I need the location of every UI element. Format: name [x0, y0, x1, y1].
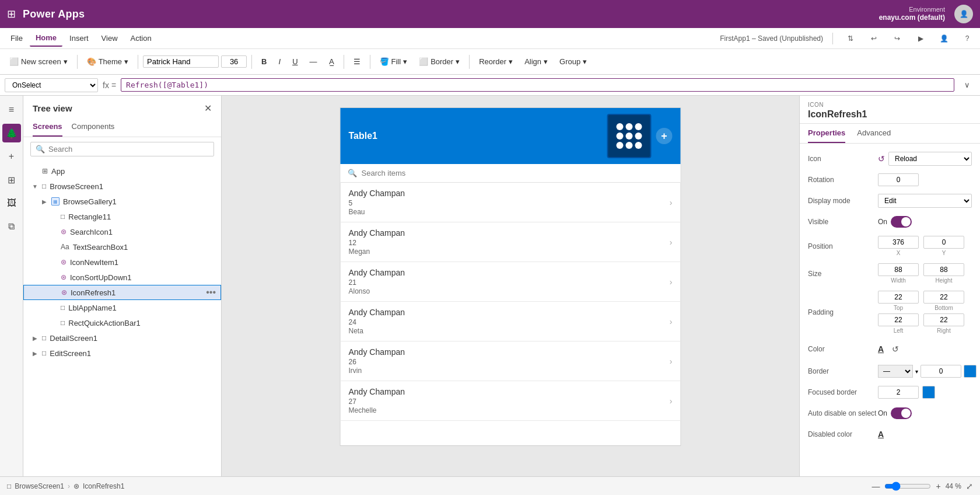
tree-item-browse-gallery[interactable]: ▶ ▦ BrowseGallery1	[23, 194, 221, 209]
focused-border-swatch[interactable]	[922, 386, 935, 399]
pad-right-input[interactable]	[923, 313, 964, 326]
menu-view[interactable]: View	[96, 30, 124, 46]
search-input[interactable]	[48, 145, 209, 154]
zoom-in-icon[interactable]: +	[936, 482, 940, 491]
main-layout: ≡ 🌲 + ⊞ 🖼 ⧉ Tree view ✕ Screens Componen…	[0, 96, 980, 476]
focused-border-input[interactable]	[878, 386, 919, 399]
tree-item-edit-screen[interactable]: ▶ □ EditScreen1	[23, 346, 221, 361]
tree-item-menu[interactable]: •••	[206, 287, 216, 298]
tree-item-label: App	[51, 167, 216, 176]
gallery-item-sub: Neta	[349, 327, 670, 335]
tree-title: Tree view	[33, 103, 72, 113]
redo-icon[interactable]: ↪	[889, 30, 905, 47]
rect2-icon: □	[61, 319, 65, 327]
italic-button[interactable]: I	[274, 55, 286, 68]
color-reload-icon[interactable]: ↺	[887, 341, 904, 357]
font-name-input[interactable]	[143, 55, 219, 68]
border-style-select[interactable]: —	[878, 365, 913, 378]
border-width-input[interactable]	[921, 365, 961, 378]
help-icon[interactable]: ?	[959, 30, 975, 47]
tree-item-rectangle11[interactable]: □ Rectangle11	[23, 209, 221, 224]
gallery-item[interactable]: Andy Champan 24 Neta ›	[341, 302, 681, 341]
sidebar-icon-data[interactable]: ⊞	[2, 170, 21, 189]
display-mode-select[interactable]: Edit	[878, 194, 972, 208]
formula-property-select[interactable]: OnSelect	[5, 78, 98, 92]
size-w-label: Width	[878, 277, 919, 284]
prop-display-mode: Display mode Edit	[800, 190, 980, 211]
theme-button[interactable]: 🎨 Theme ▾	[82, 55, 133, 68]
tree-item-detail-screen[interactable]: ▶ □ DetailScreen1	[23, 330, 221, 346]
refresh-icon-selected[interactable]	[607, 114, 652, 158]
pad-top-input[interactable]	[878, 291, 919, 304]
tree-item-searchicon1[interactable]: ⊛ SearchIcon1	[23, 224, 221, 239]
font-size-input[interactable]	[221, 55, 247, 68]
sidebar-icon-insert[interactable]: +	[2, 147, 21, 166]
tree-item-lblappname1[interactable]: □ LblAppName1	[23, 300, 221, 315]
tree-item-iconnewitem1[interactable]: ⊛ IconNewItem1	[23, 255, 221, 270]
zoom-out-icon[interactable]: —	[872, 482, 880, 491]
strikethrough-button[interactable]: —	[305, 55, 322, 68]
canvas-search-input[interactable]	[362, 169, 674, 177]
play-icon[interactable]: ▶	[912, 30, 929, 47]
visible-toggle[interactable]	[891, 216, 912, 228]
fill-button[interactable]: 🪣 Fill ▾	[375, 55, 412, 68]
align-btn[interactable]: Align ▾	[520, 55, 552, 68]
gallery-item[interactable]: Andy Champan 5 Beau ›	[341, 183, 681, 222]
sidebar-icon-components[interactable]: ⧉	[2, 217, 21, 236]
waffle-icon[interactable]: ⊞	[7, 8, 16, 20]
person-icon[interactable]: 👤	[936, 30, 952, 47]
tab-screens[interactable]: Screens	[33, 118, 62, 137]
tree-item-app[interactable]: ⊞ App	[23, 163, 221, 179]
size-h-input[interactable]	[923, 263, 964, 276]
border-color-swatch[interactable]	[964, 365, 977, 378]
tree-item-iconrefresh1[interactable]: ⊛ IconRefresh1 •••	[23, 285, 221, 300]
reorder-button[interactable]: Reorder ▾	[474, 55, 517, 68]
gallery-item[interactable]: Andy Champan 27 Mechelle ›	[341, 381, 681, 421]
pos-x-input[interactable]	[878, 236, 919, 249]
pos-y-input[interactable]	[923, 236, 964, 249]
avatar[interactable]: 👤	[954, 5, 973, 23]
pad-left-input[interactable]	[878, 313, 919, 326]
menu-insert[interactable]: Insert	[64, 30, 94, 46]
align-button[interactable]: ☰	[349, 55, 365, 68]
share-icon[interactable]: ⇅	[842, 30, 859, 47]
underline-button[interactable]: U	[288, 55, 302, 68]
menu-action[interactable]: Action	[125, 30, 158, 46]
gallery-item[interactable]: Andy Champan 26 Irvin ›	[341, 341, 681, 381]
tree-item-rectquickactionbar1[interactable]: □ RectQuickActionBar1	[23, 315, 221, 330]
pad-bottom-input[interactable]	[923, 291, 964, 304]
group-button[interactable]: Group ▾	[555, 55, 592, 68]
zoom-slider[interactable]	[884, 482, 931, 491]
bold-button[interactable]: B	[257, 55, 271, 68]
tree-item-browse-screen[interactable]: ▼ □ BrowseScreen1	[23, 179, 221, 194]
gallery-item-content: Andy Champan 21 Alonso	[349, 268, 670, 295]
breadcrumb-icon[interactable]: IconRefresh1	[83, 482, 124, 490]
tree-item-textsearchbox1[interactable]: Aa TextSearchBox1	[23, 239, 221, 255]
theme-icon: 🎨	[87, 57, 96, 66]
tab-advanced[interactable]: Advanced	[857, 124, 891, 143]
undo-icon[interactable]: ↩	[866, 30, 882, 47]
tree-item-iconsortupdown1[interactable]: ⊛ IconSortUpDown1	[23, 270, 221, 285]
tab-components[interactable]: Components	[72, 118, 115, 137]
tab-properties[interactable]: Properties	[808, 124, 845, 143]
sidebar-icon-menu[interactable]: ≡	[2, 100, 21, 119]
rotation-input[interactable]	[878, 173, 919, 186]
add-button[interactable]: +	[656, 128, 673, 144]
gallery-item[interactable]: Andy Champan 12 Megan ›	[341, 222, 681, 262]
border-button[interactable]: ⬜ Border ▾	[414, 55, 464, 68]
new-screen-button[interactable]: ⬜ New screen ▾	[5, 55, 72, 68]
sidebar-icon-tree[interactable]: 🌲	[2, 124, 21, 142]
breadcrumb-screen[interactable]: BrowseScreen1	[15, 482, 64, 490]
auto-disable-toggle[interactable]	[891, 407, 912, 419]
tree-close-button[interactable]: ✕	[204, 103, 212, 114]
size-w-input[interactable]	[878, 263, 919, 276]
gallery-item[interactable]: Andy Champan 21 Alonso ›	[341, 262, 681, 302]
sidebar-icon-media[interactable]: 🖼	[2, 194, 21, 212]
formula-input[interactable]	[121, 78, 954, 92]
menu-home[interactable]: Home	[30, 30, 62, 47]
menu-file[interactable]: File	[5, 30, 29, 46]
icon-select[interactable]: Reload	[888, 152, 972, 166]
formula-expand-icon[interactable]: ∨	[959, 77, 975, 93]
font-color-button[interactable]: A̲	[324, 55, 339, 68]
fit-icon[interactable]: ⤢	[966, 482, 973, 491]
